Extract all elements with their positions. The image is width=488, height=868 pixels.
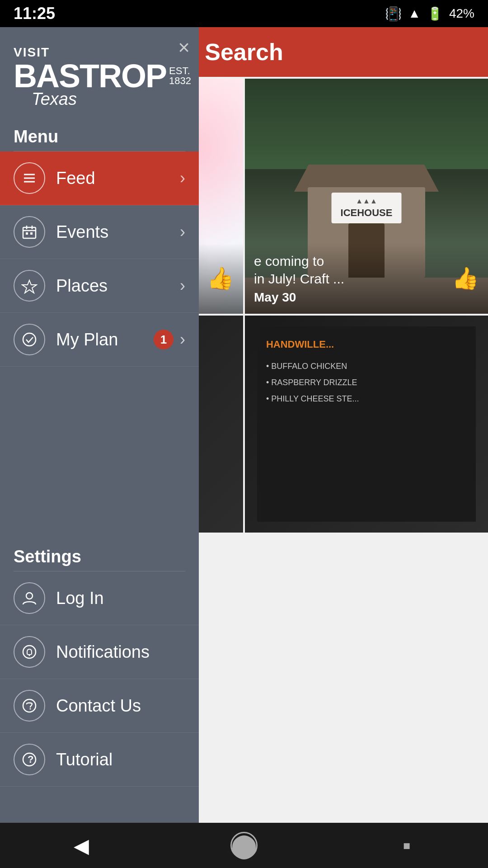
svg-point-15 [30,708,31,710]
feed-item-2-caption: e coming toin July! Craft ... [254,252,479,288]
myplan-label: My Plan [56,330,154,349]
status-time: 11:25 [14,4,55,23]
tutorial-label: Tutorial [56,750,185,769]
feed-item-4[interactable]: HANDWILLE... • BUFFALO CHICKEN • RASPBER… [245,316,488,533]
events-label: Events [56,222,180,242]
places-icon [14,270,45,302]
tutorial-icon: ? [14,744,45,775]
feed-item-2-like[interactable]: 👍 [452,266,479,291]
sidebar-header: × VISIT BASTROP EST. 1832 Texas [0,27,199,118]
feed-item-2-date: May 30 [254,290,479,305]
svg-rect-3 [23,227,36,238]
places-label: Places [56,276,180,296]
recent-button[interactable]: ▪ [389,827,425,863]
svg-rect-7 [26,232,28,235]
sidebar-item-tutorial[interactable]: ? Tutorial [0,733,199,787]
logo-bastrop-text: BASTROP [14,60,166,92]
places-chevron: › [180,276,185,295]
wifi-icon: ▲ [408,6,421,21]
myplan-chevron: › [180,330,185,349]
feed-item-2[interactable]: ▲▲▲ ICEHOUSE e coming toin July! Craft .… [245,79,488,314]
notifications-label: Notifications [56,642,185,662]
notifications-icon [14,636,45,668]
spacer [0,367,199,538]
feed-chevron: › [180,169,185,188]
menu-section-label: Menu [0,118,199,151]
status-bar: 11:25 📳 ▲ 🔋 42% [0,0,488,27]
home-button[interactable]: ⬤ [226,827,262,863]
svg-point-11 [26,593,33,599]
status-icons: 📳 ▲ 🔋 42% [385,6,474,22]
logo-container: VISIT BASTROP EST. 1832 Texas [14,45,185,109]
feed-icon [14,162,45,194]
logo-est-text: EST. 1832 [169,66,191,86]
sidebar-drawer: × VISIT BASTROP EST. 1832 Texas Menu [0,27,199,841]
svg-rect-8 [30,232,33,235]
sidebar-item-notifications[interactable]: Notifications [0,625,199,679]
sidebar-item-myplan[interactable]: My Plan 1 › [0,313,199,367]
contactus-label: Contact Us [56,696,185,716]
sidebar-item-places[interactable]: Places › [0,259,199,313]
back-button[interactable]: ◀ [63,827,99,863]
login-label: Log In [56,589,185,608]
sidebar-item-contactus[interactable]: Contact Us [0,679,199,733]
events-chevron: › [180,222,185,241]
myplan-badge: 1 [154,330,174,349]
contactus-icon [14,690,45,722]
feed-label: Feed [56,169,180,188]
events-icon [14,216,45,248]
svg-text:?: ? [28,754,33,765]
feed-item-1-like[interactable]: 👍 [207,266,234,291]
sidebar-item-login[interactable]: Log In [0,571,199,625]
app-container: Search OP-UP EET PROJEC RDAY, JUNE 8TH, … [0,27,488,841]
svg-point-10 [23,333,36,346]
sidebar-item-feed[interactable]: Feed › [0,151,199,205]
svg-marker-9 [22,280,37,293]
svg-point-14 [23,699,36,712]
search-bar-label: Search [205,38,283,66]
svg-point-12 [23,646,36,658]
battery-level: 42% [449,6,474,21]
vibrate-icon: 📳 [385,6,402,22]
bottom-nav: ◀ ⬤ ▪ [0,823,488,868]
myplan-icon [14,324,45,355]
close-button[interactable]: × [178,36,190,59]
sidebar-item-events[interactable]: Events › [0,205,199,259]
login-icon [14,582,45,614]
settings-section-label: Settings [0,538,199,571]
battery-icon: 🔋 [427,6,443,21]
